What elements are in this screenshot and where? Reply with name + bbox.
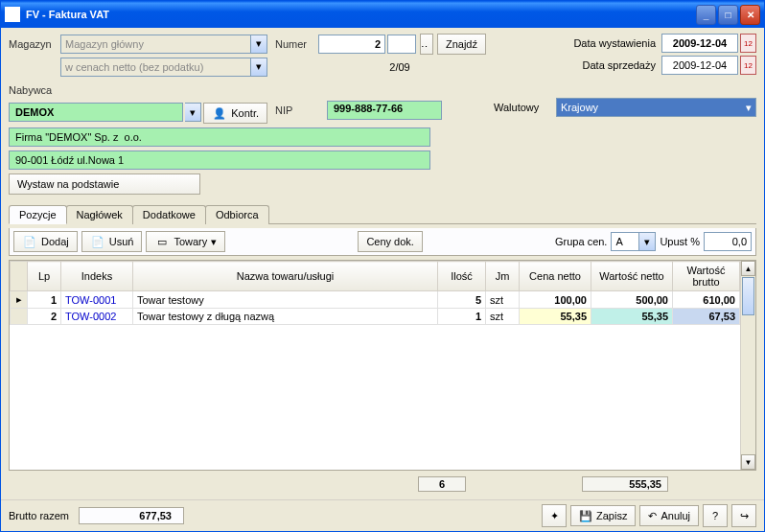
upust-label: Upust % <box>660 236 700 247</box>
close-button[interactable]: ✕ <box>740 5 760 25</box>
delete-icon: 📄 <box>90 234 105 249</box>
vertical-scrollbar[interactable]: ▲ ▼ <box>740 261 755 470</box>
minimize-button[interactable]: _ <box>696 5 716 25</box>
walutowy-label: Walutowy <box>494 102 546 113</box>
items-table: Lp Indeks Nazwa towaru/usługi Ilość Jm C… <box>10 261 740 325</box>
buyer-name-input[interactable] <box>9 127 430 147</box>
chevron-down-icon[interactable]: ▾ <box>185 103 201 122</box>
list-icon: ▭ <box>154 234 170 249</box>
grupa-cen-label: Grupa cen. <box>555 236 607 247</box>
nip-label: NIP <box>275 104 327 116</box>
numer-input[interactable] <box>318 35 385 54</box>
chevron-down-icon[interactable]: ▾ <box>639 232 656 251</box>
ceny-mode-combo[interactable] <box>60 58 251 77</box>
ceny-dok-button[interactable]: Ceny dok. <box>358 231 423 252</box>
numer-dots-button[interactable]: ‥ <box>420 34 433 55</box>
col-jm[interactable]: Jm <box>486 262 520 291</box>
data-wystawienia-label: Data wystawienia <box>573 37 656 49</box>
sum-ilosc: 6 <box>418 476 466 492</box>
new-button[interactable]: ✦ <box>542 504 567 527</box>
tab-dodatkowe[interactable]: Dodatkowe <box>132 205 206 224</box>
calendar-icon[interactable]: 12 <box>740 34 756 53</box>
exit-button[interactable]: ↪ <box>731 504 756 527</box>
grupa-cen-combo[interactable] <box>611 232 639 251</box>
calendar-icon[interactable]: 12 <box>740 56 756 75</box>
col-brutto[interactable]: Wartość brutto <box>673 262 740 291</box>
table-row[interactable]: 2 TOW-0002 Towar testowy z długą nazwą 1… <box>11 309 740 325</box>
znajdz-button[interactable]: Znajdź <box>437 34 486 55</box>
chevron-down-icon: ▾ <box>211 236 217 248</box>
numer-label: Numer <box>275 38 318 50</box>
tab-odbiorca[interactable]: Odbiorca <box>205 205 269 224</box>
window-title: FV - Faktura VAT <box>26 9 696 20</box>
exit-icon: ↪ <box>740 510 749 522</box>
chevron-down-icon[interactable]: ▾ <box>251 35 267 54</box>
kontr-button[interactable]: 👤 Kontr. <box>203 103 267 124</box>
save-icon: 💾 <box>579 510 592 522</box>
help-icon: ? <box>712 510 718 521</box>
tabs: Pozycje Nagłówek Dodatkowe Odbiorca <box>9 204 756 224</box>
towary-button[interactable]: ▭ Towary ▾ <box>146 231 225 252</box>
col-ilosc[interactable]: Ilość <box>438 262 486 291</box>
scroll-down-icon[interactable]: ▼ <box>741 454 755 470</box>
titlebar: FV - Faktura VAT _ □ ✕ <box>1 1 764 28</box>
chevron-down-icon: ▾ <box>746 102 752 114</box>
usun-button[interactable]: 📄 Usuń <box>81 231 143 252</box>
zapisz-button[interactable]: 💾 Zapisz <box>570 505 636 526</box>
help-button[interactable]: ? <box>703 504 728 527</box>
data-wystawienia-input[interactable] <box>661 34 738 53</box>
contact-icon: 👤 <box>212 105 227 121</box>
nip-value: 999-888-77-66 <box>327 101 442 120</box>
sum-netto: 555,35 <box>582 476 668 492</box>
data-sprzedazy-label: Data sprzedaży <box>583 59 656 71</box>
col-netto[interactable]: Wartość netto <box>591 262 673 291</box>
star-icon: ✦ <box>550 510 559 522</box>
tab-pozycje[interactable]: Pozycje <box>9 205 67 224</box>
table-row[interactable]: ▸ 1 TOW-0001 Towar testowy 5 szt 100,00 … <box>11 291 740 309</box>
col-nazwa[interactable]: Nazwa towaru/usługi <box>133 262 438 291</box>
undo-icon: ↶ <box>648 510 657 522</box>
add-icon: 📄 <box>22 234 37 249</box>
nabywca-label: Nabywca <box>9 84 60 96</box>
magazyn-combo[interactable] <box>60 35 251 54</box>
walutowy-combo[interactable]: Krajowy ▾ <box>556 98 756 117</box>
brutto-razem-label: Brutto razem <box>9 510 69 521</box>
data-sprzedazy-input[interactable] <box>661 56 738 75</box>
upust-input[interactable] <box>704 232 752 251</box>
wystaw-button[interactable]: Wystaw na podstawie <box>9 173 200 195</box>
buyer-address-input[interactable] <box>9 150 430 170</box>
brutto-razem-value: 677,53 <box>79 507 184 524</box>
row-selector-icon: ▸ <box>11 291 28 309</box>
chevron-down-icon[interactable]: ▾ <box>251 58 267 77</box>
tab-naglowek[interactable]: Nagłówek <box>66 205 133 224</box>
numer-suffix-input[interactable] <box>387 35 416 54</box>
kontr-label: Kontr. <box>231 107 259 119</box>
app-icon <box>5 7 20 22</box>
numer-full: 2/09 <box>389 61 409 73</box>
col-cena[interactable]: Cena netto <box>520 262 591 291</box>
dodaj-button[interactable]: 📄 Dodaj <box>13 231 78 252</box>
col-lp[interactable]: Lp <box>28 262 61 291</box>
col-indeks[interactable]: Indeks <box>61 262 133 291</box>
maximize-button[interactable]: □ <box>718 5 738 25</box>
anuluj-button[interactable]: ↶ Anuluj <box>639 505 699 526</box>
magazyn-label: Magazyn <box>9 38 60 50</box>
buyer-short-input[interactable] <box>9 103 183 122</box>
scroll-up-icon[interactable]: ▲ <box>741 261 755 276</box>
